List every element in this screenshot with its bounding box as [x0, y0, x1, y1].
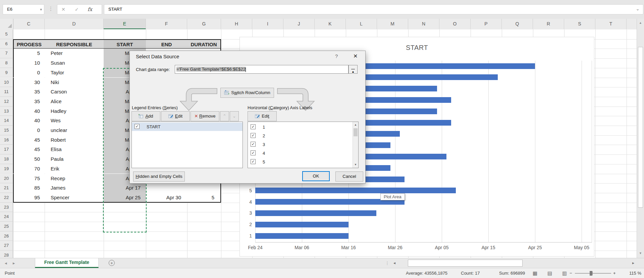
chart-bar-category-5[interactable] [255, 188, 456, 193]
row-header-6[interactable]: 6 [0, 39, 13, 49]
row-header-26[interactable]: 26 [0, 231, 13, 241]
column-header-E[interactable]: E [104, 19, 146, 29]
cell-C19[interactable]: 70 [13, 164, 45, 174]
name-box[interactable]: E6 ▾ [3, 4, 44, 14]
view-page-layout-icon[interactable]: ▤ [547, 268, 552, 278]
tab-next-icon[interactable]: ▸ [13, 258, 15, 268]
column-header-S[interactable]: S [564, 19, 595, 29]
row-header-22[interactable]: 22 [0, 193, 13, 203]
row-header-10[interactable]: 10 [0, 78, 13, 87]
row-header-24[interactable]: 24 [0, 212, 13, 222]
cell-D19[interactable]: Erik [45, 164, 104, 174]
hscroll-drag-handle-icon[interactable]: ⋮ [385, 258, 389, 268]
formula-bar-expand-icon[interactable]: ⌄ [636, 4, 640, 13]
row-header-25[interactable]: 25 [0, 222, 13, 231]
axis-item-2[interactable]: ✓2 [248, 132, 358, 140]
zoom-level[interactable]: 115 % [621, 268, 641, 278]
cell-C18[interactable]: 50 [13, 154, 45, 164]
row-header-9[interactable]: 9 [0, 68, 13, 78]
axis-item-1-checkbox[interactable]: ✓ [251, 124, 256, 129]
column-header-Q[interactable]: Q [502, 19, 533, 29]
cell-C8[interactable]: 10 [13, 58, 45, 68]
cell-D14[interactable]: Wes [45, 116, 104, 126]
chart-data-range-input[interactable]: ='Free Gantt Template'!$E$6:$E$22 [175, 65, 348, 74]
scroll-left-icon[interactable]: ◂ [391, 258, 398, 268]
legend-entries-list[interactable]: ✓START [131, 122, 243, 168]
scroll-down-icon[interactable]: ▼ [353, 162, 358, 168]
row-header-23[interactable]: 23 [0, 203, 13, 212]
row-header-21[interactable]: 21 [0, 183, 13, 193]
table-header-progess[interactable]: PROGESS [13, 39, 45, 49]
cell-D13[interactable]: Hadley [45, 107, 104, 116]
scroll-up-icon[interactable]: ▲ [637, 19, 644, 26]
row-header-15[interactable]: 15 [0, 126, 13, 135]
table-header-duration[interactable]: DURATION [187, 39, 221, 49]
horizontal-scrollbar-thumb[interactable] [408, 260, 523, 267]
cell-C21[interactable]: 85 [13, 183, 45, 193]
view-normal-icon[interactable]: ▦ [533, 268, 537, 278]
cell-C9[interactable]: 0 [13, 68, 45, 78]
cell-D11[interactable]: Carson [45, 87, 104, 97]
zoom-slider-thumb[interactable] [590, 271, 592, 276]
series-item-start[interactable]: ✓START [132, 123, 243, 131]
move-series-down-button[interactable]: ⌄ [230, 111, 239, 121]
cell-C15[interactable]: 0 [13, 126, 45, 135]
cell-C7[interactable]: 5 [13, 49, 45, 58]
axis-item-5-checkbox[interactable]: ✓ [251, 159, 256, 164]
row-header-5[interactable]: 5 [0, 29, 13, 39]
confirm-entry-icon[interactable]: ✓ [75, 5, 79, 14]
tab-prev-icon[interactable]: ◂ [5, 258, 7, 268]
axis-item-4-checkbox[interactable]: ✓ [251, 150, 256, 155]
column-header-I[interactable]: I [252, 19, 283, 29]
row-header-11[interactable]: 11 [0, 87, 13, 97]
scrollbar-thumb[interactable] [354, 128, 358, 136]
axis-item-5[interactable]: ✓5 [248, 158, 358, 166]
cell-G22[interactable]: 5 [187, 193, 221, 203]
cell-D10[interactable]: Niki [45, 78, 104, 87]
cell-F22[interactable]: Apr 30 [146, 193, 187, 203]
add-series-button[interactable]: + Add [131, 111, 160, 121]
cell-D16[interactable]: Robert [45, 135, 104, 145]
scroll-right-icon[interactable]: ▸ [630, 258, 637, 268]
column-header-L[interactable]: L [346, 19, 377, 29]
axis-item-3-checkbox[interactable]: ✓ [251, 142, 256, 147]
edit-axis-labels-button[interactable]: Edit [248, 111, 277, 121]
axis-labels-list[interactable]: ✓1✓2✓3✓4✓5 ▲ ▼ [248, 122, 359, 168]
ok-button[interactable]: OK [302, 171, 330, 181]
cell-C14[interactable]: 40 [13, 116, 45, 126]
cell-C12[interactable]: 35 [13, 97, 45, 107]
vertical-scrollbar-thumb[interactable] [638, 47, 643, 208]
column-header-O[interactable]: O [439, 19, 471, 29]
axis-item-1[interactable]: ✓1 [248, 123, 358, 131]
cell-D7[interactable]: Peter [45, 49, 104, 58]
select-all-button[interactable] [0, 19, 13, 29]
cell-G21[interactable] [187, 183, 221, 193]
row-header-13[interactable]: 13 [0, 107, 13, 116]
column-header-H[interactable]: H [221, 19, 252, 29]
formula-bar[interactable]: START ⌄ [104, 4, 643, 14]
row-header-19[interactable]: 19 [0, 164, 13, 174]
row-header-28[interactable]: 28 [0, 251, 13, 258]
series-item-start-checkbox[interactable]: ✓ [135, 124, 140, 129]
cell-C17[interactable]: 45 [13, 145, 45, 154]
row-header-8[interactable]: 8 [0, 58, 13, 68]
switch-row-column-button[interactable]: Switch Row/Column [220, 88, 274, 98]
cell-D17[interactable]: Elisa [45, 145, 104, 154]
cell-C16[interactable]: 45 [13, 135, 45, 145]
column-header-K[interactable]: K [315, 19, 346, 29]
zoom-slider-track[interactable] [575, 273, 611, 274]
table-header-end[interactable]: END [146, 39, 187, 49]
row-header-27[interactable]: 27 [0, 241, 13, 251]
column-header-G[interactable]: G [187, 19, 221, 29]
edit-series-button[interactable]: Edit [161, 111, 190, 121]
zoom-in-icon[interactable]: + [613, 268, 616, 278]
formula-bar-drag-handle-icon[interactable]: ⋮ [48, 6, 53, 12]
cell-C20[interactable]: 75 [13, 174, 45, 184]
cell-C11[interactable]: 35 [13, 87, 45, 97]
cell-C10[interactable]: 30 [13, 78, 45, 87]
cell-C13[interactable]: 40 [13, 107, 45, 116]
cell-D18[interactable]: Paula [45, 154, 104, 164]
column-header-R[interactable]: R [533, 19, 564, 29]
hidden-and-empty-cells-button[interactable]: Hidden and Empty Cells [133, 171, 185, 182]
table-header-responsible[interactable]: RESPONSIBLE [45, 39, 104, 49]
